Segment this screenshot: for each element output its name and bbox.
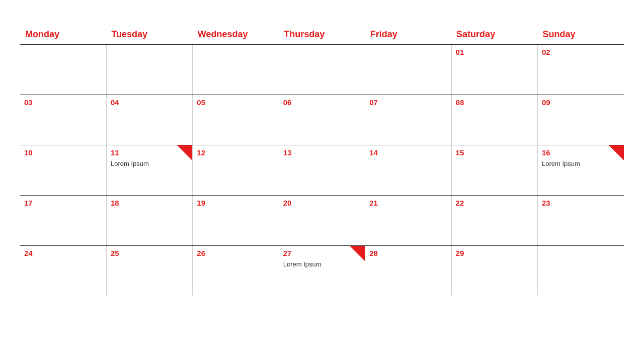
day-number: 10: [24, 148, 102, 157]
week-row-1: 03040506070809: [20, 95, 624, 145]
calendar-cell: [20, 44, 106, 95]
calendar-cell: 02: [538, 44, 624, 95]
day-number: 15: [456, 148, 533, 157]
calendar-cell: 22: [451, 195, 537, 245]
calendar-cell: 16Lorem Ipsum: [538, 145, 624, 195]
calendar-cell: 26: [193, 245, 279, 296]
calendar-cell: 20: [279, 195, 365, 245]
weekday-header-saturday: Saturday: [451, 25, 537, 44]
day-number: 28: [369, 249, 447, 257]
calendar-cell: 11Lorem Ipsum: [106, 145, 192, 195]
week-row-4: 24252627Lorem Ipsum2829: [20, 245, 624, 296]
day-number: 11: [111, 148, 188, 157]
calendar-cell: 17: [20, 195, 106, 245]
calendar-cell: 28: [365, 245, 451, 296]
weekday-header-wednesday: Wednesday: [193, 25, 279, 44]
day-number: 16: [542, 148, 620, 157]
day-number: 29: [456, 249, 533, 257]
calendar-cell: 18: [106, 195, 192, 245]
week-row-0: 0102: [20, 44, 624, 95]
calendar-cell: 23: [538, 195, 624, 245]
day-number: 08: [456, 98, 533, 107]
calendar-cell: 01: [451, 44, 537, 95]
calendar-cell: 06: [279, 95, 365, 145]
week-row-3: 17181920212223: [20, 195, 624, 245]
calendar-cell: 08: [451, 95, 537, 145]
calendar-cell: 25: [106, 245, 192, 296]
day-number: 06: [283, 98, 361, 107]
day-number: 17: [24, 199, 102, 207]
weekday-header-friday: Friday: [365, 25, 451, 44]
calendar-cell: [106, 44, 192, 95]
day-event-text: Lorem Ipsum: [111, 160, 188, 167]
day-event-text: Lorem Ipsum: [283, 260, 361, 268]
day-number: 26: [197, 249, 274, 257]
calendar-cell: 10: [20, 145, 106, 195]
corner-flag-icon: [350, 246, 365, 261]
calendar-cell: 05: [193, 95, 279, 145]
weekday-header-sunday: Sunday: [538, 25, 624, 44]
day-number: 25: [111, 249, 188, 257]
weekday-header-tuesday: Tuesday: [106, 25, 192, 44]
calendar-cell: 21: [365, 195, 451, 245]
day-number: 12: [197, 148, 274, 157]
corner-flag-icon: [609, 145, 624, 160]
day-number: 18: [111, 199, 188, 207]
day-number: 04: [111, 98, 188, 107]
calendar-cell: [365, 44, 451, 95]
weekday-header-row: MondayTuesdayWednesdayThursdayFridaySatu…: [20, 25, 624, 44]
calendar-cell: 04: [106, 95, 192, 145]
day-number: 20: [283, 199, 361, 207]
day-number: 05: [197, 98, 274, 107]
day-number: 23: [542, 199, 620, 207]
day-number: 03: [24, 98, 102, 107]
calendar-cell: 12: [193, 145, 279, 195]
calendar-cell: [193, 44, 279, 95]
day-number: 01: [456, 48, 533, 56]
calendar-cell: 19: [193, 195, 279, 245]
calendar-cell: 24: [20, 245, 106, 296]
calendar-cell: [538, 245, 624, 296]
calendar-cell: 13: [279, 145, 365, 195]
calendar-container: MondayTuesdayWednesdayThursdayFridaySatu…: [0, 0, 644, 362]
calendar-cell: 27Lorem Ipsum: [279, 245, 365, 296]
day-number: 14: [369, 148, 447, 157]
calendar-cell: [279, 44, 365, 95]
day-number: 19: [197, 199, 274, 207]
calendar-body: 0102030405060708091011Lorem Ipsum1213141…: [20, 44, 624, 296]
calendar-cell: 09: [538, 95, 624, 145]
day-number: 09: [542, 98, 620, 107]
calendar-cell: 29: [451, 245, 537, 296]
calendar-grid: MondayTuesdayWednesdayThursdayFridaySatu…: [20, 25, 624, 296]
day-number: 24: [24, 249, 102, 257]
weekday-header-thursday: Thursday: [279, 25, 365, 44]
calendar-cell: 07: [365, 95, 451, 145]
calendar-cell: 14: [365, 145, 451, 195]
week-row-2: 1011Lorem Ipsum1213141516Lorem Ipsum: [20, 145, 624, 195]
day-number: 07: [369, 98, 447, 107]
day-number: 02: [542, 48, 620, 56]
corner-flag-icon: [177, 145, 192, 160]
weekday-header-monday: Monday: [20, 25, 106, 44]
calendar-cell: 03: [20, 95, 106, 145]
calendar-cell: 15: [451, 145, 537, 195]
day-number: 27: [283, 249, 361, 257]
day-number: 13: [283, 148, 361, 157]
day-event-text: Lorem Ipsum: [542, 160, 620, 167]
day-number: 22: [456, 199, 533, 207]
day-number: 21: [369, 199, 447, 207]
